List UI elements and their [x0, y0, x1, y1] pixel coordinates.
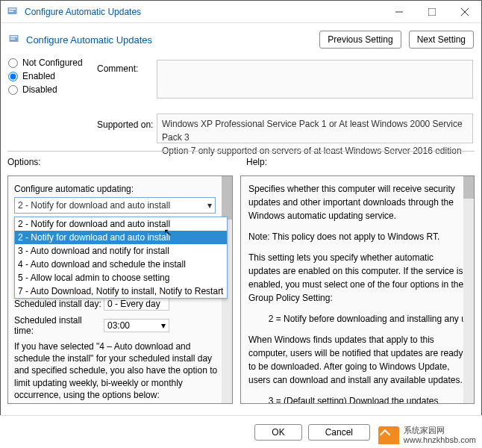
radio-label-not-configured: Not Configured — [22, 57, 83, 68]
help-text: When Windows finds updates that apply to… — [248, 333, 466, 387]
watermark-url: www.hnzkhbsb.com — [404, 435, 476, 445]
next-setting-button[interactable]: Next Setting — [409, 31, 474, 49]
svg-rect-9 — [10, 39, 15, 40]
options-paragraph: If you have selected "4 – Auto download … — [14, 340, 226, 401]
supported-on-text: Windows XP Professional Service Pack 1 o… — [157, 113, 473, 143]
radio-not-configured[interactable] — [8, 58, 18, 68]
cancel-button[interactable]: Cancel — [308, 424, 370, 441]
maximize-icon — [428, 8, 436, 16]
title-bar[interactable]: Configure Automatic Updates — [1, 1, 481, 23]
svg-rect-8 — [10, 37, 17, 38]
minimize-button[interactable] — [383, 1, 416, 23]
comment-textarea[interactable] — [157, 60, 473, 99]
supported-on-label: Supported on: — [97, 119, 153, 130]
dropdown-option[interactable]: 4 - Auto download and schedule the insta… — [15, 258, 227, 271]
comment-label: Comment: — [97, 63, 138, 74]
help-text: This setting lets you specify whether au… — [248, 251, 466, 305]
maximize-button[interactable] — [416, 1, 448, 23]
svg-rect-1 — [9, 8, 16, 10]
close-icon — [461, 8, 469, 16]
svg-rect-4 — [428, 8, 436, 16]
close-button[interactable] — [448, 1, 481, 23]
help-panel: Specifies whether this computer will rec… — [240, 175, 475, 404]
scheduled-install-time-dropdown[interactable]: 03:00▾ — [104, 319, 169, 332]
scheduled-install-day-label: Scheduled install day: — [14, 299, 104, 309]
dropdown-option[interactable]: 5 - Allow local admin to choose setting — [15, 271, 227, 284]
options-section-title: Options: — [7, 157, 239, 167]
gpo-dialog-window: Configure Automatic Updates Configure Au… — [0, 0, 482, 448]
page-title: Configure Automatic Updates — [26, 34, 152, 46]
policy-header-icon — [8, 33, 22, 46]
dropdown-option[interactable]: 2 - Notify for download and auto install — [15, 217, 227, 231]
window-title: Configure Automatic Updates — [25, 7, 141, 17]
scheduled-install-day-dropdown[interactable]: 0 - Every day — [104, 297, 169, 311]
policy-icon — [7, 5, 20, 19]
watermark: 系统家园网 www.hnzkhbsb.com — [378, 426, 476, 445]
configure-updating-dropdown-list[interactable]: 2 - Notify for download and auto install… — [14, 217, 228, 299]
help-scrollbar-thumb[interactable] — [463, 176, 474, 199]
watermark-title: 系统家园网 — [404, 426, 476, 435]
ok-button[interactable]: OK — [254, 424, 301, 441]
help-text: 3 = (Default setting) Download the updat… — [248, 394, 466, 404]
radio-disabled[interactable] — [8, 85, 18, 95]
options-scrollbar-thumb[interactable] — [222, 176, 232, 220]
house-icon — [378, 426, 399, 444]
help-text: Note: This policy does not apply to Wind… — [248, 230, 466, 243]
radio-label-enabled: Enabled — [22, 71, 55, 81]
options-panel: Configure automatic updating: 2 - Notify… — [7, 175, 233, 404]
radio-label-disabled: Disabled — [22, 84, 57, 95]
dropdown-option[interactable]: 7 - Auto Download, Notify to install, No… — [15, 284, 227, 298]
scheduled-install-time-label: Scheduled install time: — [14, 315, 104, 336]
help-scrollbar-track[interactable] — [463, 176, 474, 403]
radio-enabled[interactable] — [8, 72, 18, 81]
separator — [7, 151, 475, 152]
previous-setting-button[interactable]: Previous Setting — [319, 31, 401, 49]
configure-updating-dropdown[interactable]: 2 - Notify for download and auto install… — [14, 197, 216, 214]
help-section-title: Help: — [246, 157, 475, 167]
configure-updating-label: Configure automatic updating: — [14, 184, 226, 194]
svg-rect-2 — [9, 10, 13, 12]
dropdown-selected-text: 2 - Notify for download and auto install — [18, 200, 170, 211]
chevron-down-icon: ▾ — [161, 320, 166, 331]
chevron-down-icon: ▾ — [207, 200, 212, 211]
help-text: 2 = Notify before downloading and instal… — [248, 312, 466, 326]
help-text: Specifies whether this computer will rec… — [248, 182, 466, 223]
header-row: Configure Automatic Updates Previous Set… — [1, 23, 481, 49]
dropdown-option-selected[interactable]: 2 - Notify for download and auto install — [15, 231, 227, 244]
minimize-icon — [395, 8, 403, 16]
dropdown-option[interactable]: 3 - Auto download and notify for install — [15, 244, 227, 258]
